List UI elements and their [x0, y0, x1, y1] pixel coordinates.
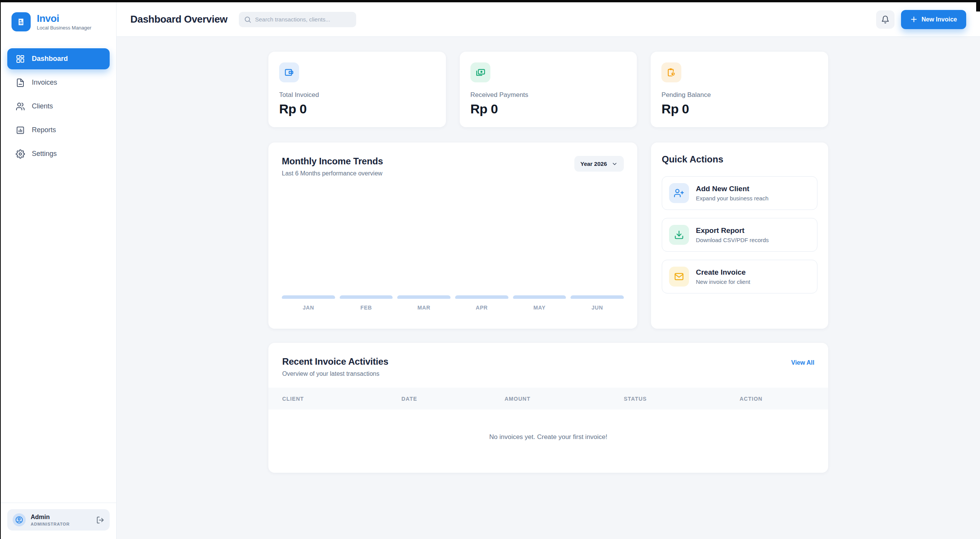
column-header-action: ACTION [740, 396, 763, 402]
download-icon [669, 225, 689, 245]
logout-button[interactable] [96, 516, 104, 524]
main-area: Dashboard Overview [117, 2, 980, 539]
new-invoice-label: New Invoice [922, 16, 957, 23]
user-plus-icon [669, 183, 689, 203]
sidebar-nav: Dashboard Invoices Clien [1, 48, 116, 167]
brand-name: Invoi [37, 13, 91, 24]
stat-label: Pending Balance [661, 91, 817, 99]
sidebar-item-label: Invoices [32, 79, 57, 87]
page-title: Dashboard Overview [130, 13, 227, 25]
user-circle-icon [15, 516, 23, 524]
search [239, 12, 356, 27]
quick-action-subtitle: Expand your business reach [696, 195, 768, 202]
chart-bar [513, 295, 566, 299]
chart-month-label: MAR [418, 305, 431, 311]
stat-value: Rp 0 [470, 102, 626, 116]
year-filter-dropdown[interactable]: Year 2026 [574, 156, 624, 172]
column-header-date: DATE [401, 396, 505, 402]
gear-icon [16, 149, 25, 159]
column-header-amount: AMOUNT [505, 396, 624, 402]
chart-bar [397, 295, 451, 299]
search-input[interactable] [239, 12, 356, 27]
logout-icon [96, 516, 104, 524]
bell-icon [881, 15, 890, 24]
quick-action-create-invoice[interactable]: Create Invoice New invoice for client [662, 260, 817, 293]
chart-month-label: FEB [360, 305, 372, 311]
stat-value: Rp 0 [279, 102, 435, 116]
stat-label: Total Invoiced [279, 91, 435, 99]
sidebar-item-label: Settings [32, 150, 57, 158]
income-bar-chart: JAN FEB MAR [282, 177, 624, 315]
document-icon [16, 78, 25, 87]
screen-corner-notch [976, 0, 980, 11]
quick-action-export-report[interactable]: Export Report Download CSV/PDF records [662, 218, 817, 252]
user-name: Admin [31, 514, 70, 521]
content-scroll[interactable]: Total Invoiced Rp 0 Received Payments [117, 37, 980, 539]
stats-row: Total Invoiced Rp 0 Received Payments [268, 52, 828, 127]
chart-card: Monthly Income Trends Last 6 Months perf… [268, 143, 637, 329]
stat-card-received-payments: Received Payments Rp 0 [460, 52, 637, 127]
sidebar-item-invoices[interactable]: Invoices [7, 72, 110, 93]
quick-action-title: Add New Client [696, 185, 768, 193]
banknote-icon [470, 62, 490, 82]
year-filter-label: Year 2026 [580, 161, 607, 167]
mail-icon [669, 267, 689, 287]
avatar [13, 513, 26, 526]
quick-action-subtitle: New invoice for client [696, 279, 750, 285]
stat-value: Rp 0 [661, 102, 817, 116]
chart-bar-column: MAR [397, 295, 451, 311]
notifications-button[interactable] [876, 10, 894, 29]
topbar: Dashboard Overview [117, 2, 980, 37]
sidebar-item-label: Dashboard [32, 55, 68, 63]
sidebar-item-dashboard[interactable]: Dashboard [7, 48, 110, 69]
chart-bar-column: JAN [282, 295, 335, 311]
chart-bar-column: APR [455, 295, 508, 311]
stat-card-total-invoiced: Total Invoiced Rp 0 [268, 52, 446, 127]
chart-month-label: APR [476, 305, 488, 311]
chart-bar [340, 295, 393, 299]
chart-bar [282, 295, 335, 299]
chevron-down-icon [612, 161, 618, 167]
dashboard-grid-icon [16, 54, 25, 64]
recent-activities-card: Recent Invoice Activities Overview of yo… [268, 343, 828, 473]
stat-label: Received Payments [470, 91, 626, 99]
table-header-row: CLIENT DATE AMOUNT STATUS ACTION [268, 388, 828, 410]
new-invoice-button[interactable]: New Invoice [901, 10, 966, 29]
clipboard-clock-icon [661, 62, 681, 82]
chart-bar [455, 295, 508, 299]
activities-title: Recent Invoice Activities [282, 356, 388, 367]
quick-actions-title: Quick Actions [662, 154, 817, 165]
activities-subtitle: Overview of your latest transactions [282, 370, 388, 377]
sidebar-footer: Admin ADMINISTRATOR [1, 503, 116, 539]
bar-chart-icon [16, 126, 25, 135]
user-role: ADMINISTRATOR [31, 522, 70, 526]
column-header-client: CLIENT [282, 396, 401, 402]
sidebar: Invoi Local Business Manager Dashboard [1, 2, 117, 539]
view-all-link[interactable]: View All [791, 359, 814, 366]
chart-title: Monthly Income Trends [282, 156, 383, 167]
quick-actions-card: Quick Actions Add New C [651, 143, 828, 329]
chart-bar-column: FEB [340, 295, 393, 311]
quick-action-add-client[interactable]: Add New Client Expand your business reac… [662, 176, 817, 210]
quick-action-subtitle: Download CSV/PDF records [696, 237, 769, 243]
chart-bar-column: MAY [513, 295, 566, 311]
users-icon [16, 102, 25, 111]
sidebar-item-label: Reports [32, 126, 56, 134]
wallet-icon [279, 62, 299, 82]
sidebar-item-reports[interactable]: Reports [7, 120, 110, 141]
user-card[interactable]: Admin ADMINISTRATOR [7, 509, 110, 531]
sidebar-item-settings[interactable]: Settings [7, 143, 110, 164]
column-header-status: STATUS [624, 396, 740, 402]
chart-bar-column: JUN [571, 295, 624, 311]
empty-state-message: No invoices yet. Create your first invoi… [268, 410, 828, 465]
app-window: Invoi Local Business Manager Dashboard [1, 2, 980, 539]
quick-action-title: Export Report [696, 226, 769, 235]
sidebar-item-clients[interactable]: Clients [7, 96, 110, 117]
receipt-icon [16, 16, 26, 27]
plus-icon [910, 16, 918, 23]
quick-action-title: Create Invoice [696, 268, 750, 277]
chart-month-label: JAN [303, 305, 314, 311]
stat-card-pending-balance: Pending Balance Rp 0 [651, 52, 828, 127]
brand-tagline: Local Business Manager [37, 25, 91, 31]
chart-month-label: MAY [533, 305, 546, 311]
